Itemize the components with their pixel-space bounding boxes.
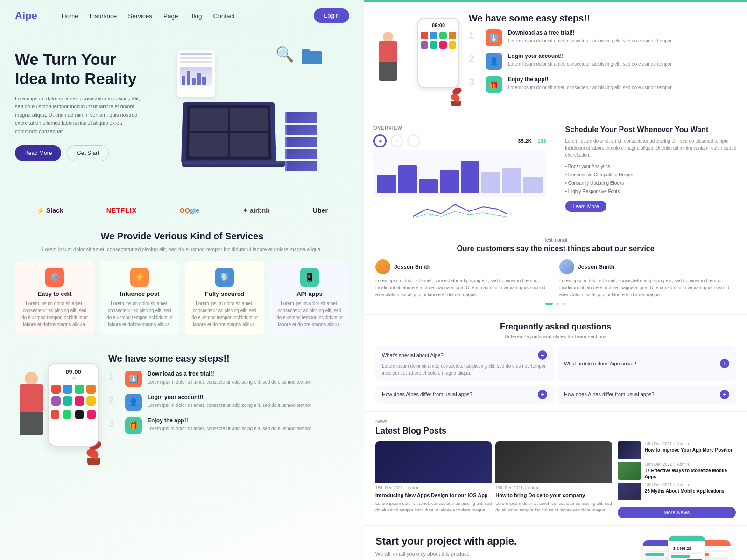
faq-item-1[interactable]: What's special about Aipe? − Lorem ipsum…	[375, 346, 554, 381]
overview-label: OVERVIEW	[374, 126, 546, 131]
get-start-button[interactable]: Get Start	[67, 145, 109, 161]
blog-image-2	[495, 441, 612, 483]
cta-row-5	[671, 552, 703, 554]
screen-card-2	[230, 107, 268, 131]
faq-section: Frequently asked questions Different lay…	[364, 315, 747, 412]
right-person	[375, 32, 401, 106]
sidebar-meta-1: 18th Dec 2021 | Admin	[645, 441, 733, 446]
learn-more-button[interactable]: Learn More	[565, 201, 606, 212]
r-step-number-2: 2	[469, 53, 480, 65]
r-enjoy-icon: 🎁	[486, 76, 502, 93]
nav-contact[interactable]: Contact	[213, 13, 235, 20]
dot-3[interactable]	[562, 303, 566, 305]
sidebar-date-3: 18th Dec 2021	[645, 483, 672, 487]
easy-steps-title-left: We have some easy steps!!	[108, 353, 349, 364]
step-desc-2: Lorem ipsum dolor sit amet, consectetur …	[148, 402, 311, 409]
blog-post-excerpt-1: Lorem ipsum dolor sit amet, consectetur …	[375, 500, 492, 513]
faq-grid: What's special about Aipe? − Lorem ipsum…	[375, 346, 736, 404]
easy-steps-right: 09:00 We have some eas	[364, 2, 747, 118]
r-step-item-2: 2 👤 Login your account!! Lorem ipsum dol…	[469, 53, 736, 70]
phone-weather: ☁️	[71, 375, 76, 380]
cta-phone-content-2: $ 0.993.23	[669, 543, 705, 560]
author-avatar-1	[375, 259, 390, 274]
blog-post-excerpt-2: Lorem ipsum dolor sit amet, consectetur …	[495, 500, 612, 513]
blog-meta-2: 19th Dec 2021 | Admin	[495, 483, 612, 492]
nav-page[interactable]: Page	[163, 13, 178, 20]
read-more-button[interactable]: Read More	[15, 145, 61, 161]
cta-phone-2: $ 0.993.23	[668, 535, 705, 560]
faq-item-2[interactable]: What problem does Aipe solve? +	[557, 346, 736, 381]
screen-card-4	[230, 133, 268, 156]
faq-item-3[interactable]: How does Aipes differ from usual apps? +	[375, 385, 554, 404]
download-icon: ⬇️	[125, 371, 142, 387]
r-app-5	[421, 41, 428, 49]
faq-item-4[interactable]: How does Aipes differ from usual apps? +	[557, 385, 736, 404]
right-phone-area: 09:00	[375, 13, 459, 106]
step-item-2: 2 👤 Login your account!! Lorem ipsum dol…	[108, 394, 349, 411]
blog-label: News	[375, 419, 736, 424]
sidebar-title-2: 17 Effective Ways to Monetize Mobile App…	[645, 468, 736, 480]
overview-top-row: ◉ ○ 35.2K +133	[374, 134, 546, 147]
bottom-icon-4	[87, 410, 96, 419]
nav-home[interactable]: Home	[62, 13, 78, 20]
testimonial-card-1: Jesson Smith Lorem ipsum dolor sit amet,…	[375, 259, 552, 298]
doc-card	[177, 50, 215, 97]
screen-card-3	[189, 133, 228, 156]
blog-image-1	[375, 441, 492, 483]
overview-stats: 35.2K +133	[424, 134, 546, 147]
cta-description: We will email you only about this produc…	[375, 551, 633, 557]
right-plant	[451, 88, 462, 106]
testimonial-cards: Jesson Smith Lorem ipsum dolor sit amet,…	[375, 259, 736, 298]
nav-blog[interactable]: Blog	[190, 13, 202, 20]
testimonial-text-1: Lorem ipsum dolor sit amet, consectetur …	[375, 277, 552, 298]
r-app-6	[430, 41, 437, 49]
faq-toggle-2[interactable]: +	[720, 359, 729, 368]
blog-date-2: 19th Dec 2021	[495, 485, 523, 490]
sidebar-thumb-3	[618, 483, 641, 500]
services-title: We Provide Verious Kind of Services	[15, 231, 349, 242]
service-api-title: API apps	[275, 290, 345, 297]
cta-phones-illustration: $ 0.993.23	[642, 535, 736, 560]
nav-services[interactable]: Services	[128, 13, 152, 20]
r-download-icon: ⬇️	[486, 29, 502, 46]
step-label-2: Login your account!!	[148, 394, 311, 400]
doc-line-3	[180, 61, 212, 63]
step-desc-3: Lorem ipsum dolor sit amet, consectetur …	[148, 425, 311, 432]
feature-4: Highly Responsive Fonts	[565, 188, 738, 196]
app-icon-3	[75, 385, 84, 394]
blog-sidebar-item-3: 18th Dec 2021 | Admin 25 Myths About Mob…	[618, 483, 736, 500]
steps-content-left: We have some easy steps!! 1 ⬇️ Download …	[108, 353, 349, 441]
dot-1[interactable]	[545, 303, 553, 305]
laptop-illustration	[182, 101, 294, 185]
cta-row-2	[645, 553, 664, 556]
nav-insurance[interactable]: Insursnce	[90, 13, 117, 20]
blog-post-2: 19th Dec 2021 | Admin How to bring Dolce…	[495, 441, 612, 518]
brand-netflix: NETFLIX	[106, 207, 137, 214]
app-icon-6	[63, 396, 72, 406]
step-text-3: Enjoy the app!! Lorem ipsum dolor sit am…	[148, 417, 311, 432]
feature-1: Boost your Analytics	[565, 162, 738, 171]
more-news-button[interactable]: More News	[618, 507, 736, 518]
dot-2[interactable]	[556, 303, 559, 305]
faq-toggle-4[interactable]: +	[720, 390, 729, 399]
brand-oogie: OOgie	[180, 207, 199, 214]
ov-bar-2	[398, 165, 417, 193]
cta-title: Start your project with appie.	[375, 535, 633, 547]
cta-phone-header-2	[669, 536, 705, 541]
r-step-desc-1: Lorem ipsum dolor sit amet, consectetur …	[508, 37, 672, 44]
hero-text: We Turn Your Idea Into Reality Lorem ips…	[15, 41, 146, 161]
feature-3: Consantly Updating Blocks	[565, 179, 738, 188]
faq-question-1: What's special about Aipe?	[382, 352, 534, 358]
service-card-api: 📱 API apps Lorem ipsum dolor sit amet, c…	[270, 261, 349, 335]
service-edit-title: Easy to edit	[20, 290, 90, 297]
r-step-label-1: Download as a free trial!!	[508, 29, 672, 36]
r-app-8	[449, 41, 456, 49]
phone-time: 09:00	[65, 368, 81, 375]
testimonials-title: Oure customers say the nicest things abo…	[375, 245, 736, 253]
faq-toggle-1[interactable]: −	[538, 350, 547, 360]
faq-toggle-3[interactable]: +	[538, 390, 547, 399]
login-button[interactable]: Login	[314, 8, 349, 23]
doc-line-2	[180, 57, 212, 59]
doc-bar-5	[202, 77, 206, 85]
services-description: Lorem ipsum dolor sit amet, consectetur …	[15, 245, 349, 254]
